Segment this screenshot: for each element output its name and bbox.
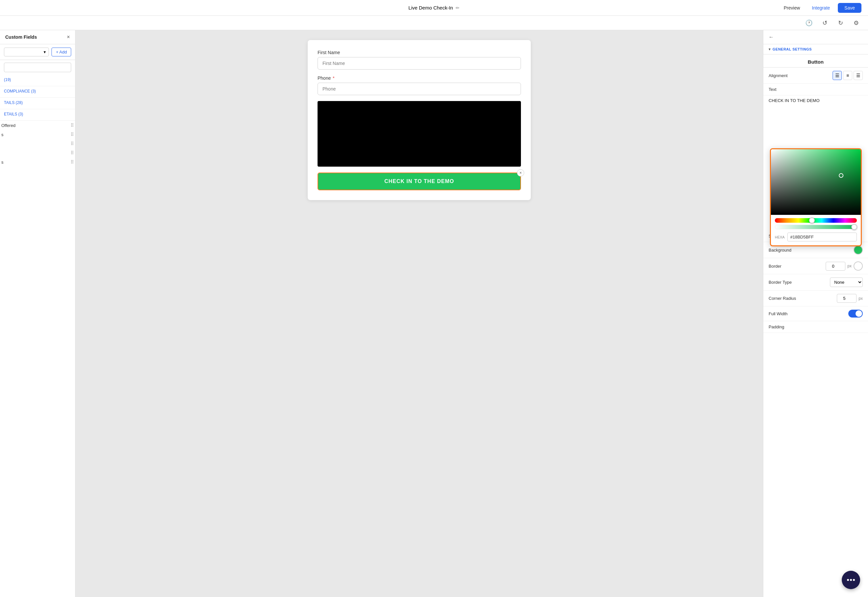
full-width-label: Full Width <box>769 311 788 316</box>
video-placeholder <box>318 101 521 166</box>
checkin-button[interactable]: CHECK IN TO THE DEMO <box>318 173 520 190</box>
left-sidebar: Custom Fields × ▾ + Add (19) COMPLIANCE … <box>0 30 76 597</box>
text-label-row: Text <box>763 84 868 95</box>
redo-icon[interactable]: ↻ <box>835 18 846 28</box>
section-label-tails: TAILS (28) <box>4 100 71 105</box>
border-color-swatch[interactable] <box>853 261 863 270</box>
full-width-toggle[interactable] <box>848 310 863 318</box>
page-title-area: Live Demo Check-In ✏ <box>408 5 460 10</box>
edit-title-icon[interactable]: ✏ <box>456 5 460 10</box>
hex-input[interactable] <box>787 233 857 241</box>
page-title: Live Demo Check-In <box>408 5 453 10</box>
hex-label: HEXA <box>775 235 785 239</box>
border-input-group: px <box>826 261 863 270</box>
border-row: Border px <box>763 258 868 274</box>
color-cursor[interactable] <box>839 173 843 178</box>
border-value-input[interactable] <box>826 262 845 270</box>
hue-thumb[interactable] <box>809 217 815 223</box>
add-field-button[interactable]: + Add <box>52 48 71 56</box>
text-setting-label: Text <box>769 87 776 92</box>
phone-input[interactable] <box>318 83 521 95</box>
corner-radius-group: px <box>837 294 863 303</box>
right-panel: ← ▾ GENERAL SETTINGS Button Alignment ☰ … <box>763 30 868 597</box>
dots-icon-3: ⠿ <box>71 141 74 146</box>
padding-row: Padding <box>763 321 868 333</box>
section-label-compliance: COMPLIANCE (3) <box>4 89 71 94</box>
general-settings-label: GENERAL SETTINGS <box>773 47 812 51</box>
sidebar-search-input[interactable] <box>4 62 71 72</box>
align-left-button[interactable]: ☰ <box>832 71 842 80</box>
section-label-etails: ETAILS (3) <box>4 112 71 116</box>
full-width-row: Full Width <box>763 306 868 321</box>
padding-label: Padding <box>769 324 784 329</box>
required-star: * <box>331 76 334 81</box>
sidebar-section-compliance: COMPLIANCE (3) <box>0 86 75 98</box>
settings-icon[interactable]: ⚙ <box>851 18 861 28</box>
chat-dot-1 <box>847 579 849 581</box>
center-canvas: First Name Phone * CHECK IN TO THE DEMO … <box>76 30 763 597</box>
phone-label: Phone * <box>318 76 521 81</box>
color-picker: HEXA <box>770 148 862 247</box>
border-type-row: Border Type None <box>763 274 868 291</box>
preview-button[interactable]: Preview <box>780 3 804 12</box>
align-right-button[interactable]: ☰ <box>853 71 863 80</box>
first-name-label: First Name <box>318 50 521 55</box>
border-type-select[interactable]: None <box>830 278 863 287</box>
sidebar-item-s1[interactable]: s ⠿ <box>0 130 75 139</box>
section-label-19: (19) <box>4 77 71 82</box>
opacity-thumb[interactable] <box>851 224 857 230</box>
back-button[interactable]: ← <box>763 30 868 44</box>
sidebar-item-s1-label: s <box>1 132 4 137</box>
sidebar-item-s2-label: s <box>1 160 4 165</box>
integrate-button[interactable]: Integrate <box>808 3 834 12</box>
phone-group: Phone * <box>318 76 521 95</box>
alignment-label: Alignment <box>769 73 788 78</box>
corner-radius-input[interactable] <box>837 294 856 303</box>
close-button-overlay[interactable]: × <box>517 169 524 177</box>
alignment-row: Alignment ☰ ≡ ☰ <box>763 68 868 84</box>
background-label: Background <box>769 248 791 252</box>
text-value-display: CHECK IN TO THE DEMO <box>763 95 868 105</box>
chat-button[interactable] <box>842 571 860 589</box>
border-label: Border <box>769 264 781 269</box>
form-card: First Name Phone * CHECK IN TO THE DEMO … <box>308 40 531 200</box>
sidebar-item-offered-label: Offered <box>1 123 15 128</box>
top-bar: Live Demo Check-In ✏ Preview Integrate S… <box>0 0 868 16</box>
chevron-down-icon: ▾ <box>769 47 770 52</box>
hue-slider[interactable] <box>775 218 857 223</box>
history-icon[interactable]: 🕐 <box>804 18 814 28</box>
color-gradient-area[interactable] <box>771 149 861 215</box>
first-name-input[interactable] <box>318 57 521 70</box>
sidebar-item-3[interactable]: ⠿ <box>0 139 75 148</box>
dots-icon-offered: ⠿ <box>71 123 74 128</box>
background-color-swatch[interactable] <box>853 245 863 254</box>
border-type-label: Border Type <box>769 280 792 285</box>
align-center-button[interactable]: ≡ <box>843 71 852 80</box>
sidebar-section-etails: ETAILS (3) <box>0 109 75 121</box>
toggle-knob <box>856 310 862 317</box>
corner-radius-px: px <box>859 296 863 301</box>
sidebar-item-4[interactable]: ⠿ <box>0 148 75 157</box>
close-sidebar-icon[interactable]: × <box>67 34 70 40</box>
chat-icon <box>847 579 855 581</box>
corner-radius-label: Corner Radius <box>769 296 796 301</box>
sidebar-controls: ▾ + Add <box>0 44 75 60</box>
corner-radius-row: Corner Radius px <box>763 291 868 306</box>
sidebar-header: Custom Fields × <box>0 30 75 44</box>
dots-icon-s1: ⠿ <box>71 132 74 137</box>
secondary-toolbar: 🕐 ↺ ↻ ⚙ <box>0 16 868 30</box>
opacity-slider[interactable] <box>775 225 857 229</box>
sidebar-dropdown[interactable]: ▾ <box>4 48 49 56</box>
border-px-label: px <box>847 264 852 268</box>
general-settings-header: ▾ GENERAL SETTINGS <box>763 44 868 55</box>
top-bar-actions: Preview Integrate Save <box>780 3 861 13</box>
sidebar-item-offered[interactable]: Offered ⠿ <box>0 121 75 130</box>
sidebar-item-s2[interactable]: s ⠿ <box>0 157 75 166</box>
undo-icon[interactable]: ↺ <box>819 18 830 28</box>
button-wrapper: CHECK IN TO THE DEMO × <box>318 172 521 190</box>
sidebar-title: Custom Fields <box>5 34 37 40</box>
save-button[interactable]: Save <box>838 3 861 13</box>
main-layout: Custom Fields × ▾ + Add (19) COMPLIANCE … <box>0 30 868 597</box>
chat-dot-2 <box>850 579 852 581</box>
first-name-group: First Name <box>318 50 521 70</box>
